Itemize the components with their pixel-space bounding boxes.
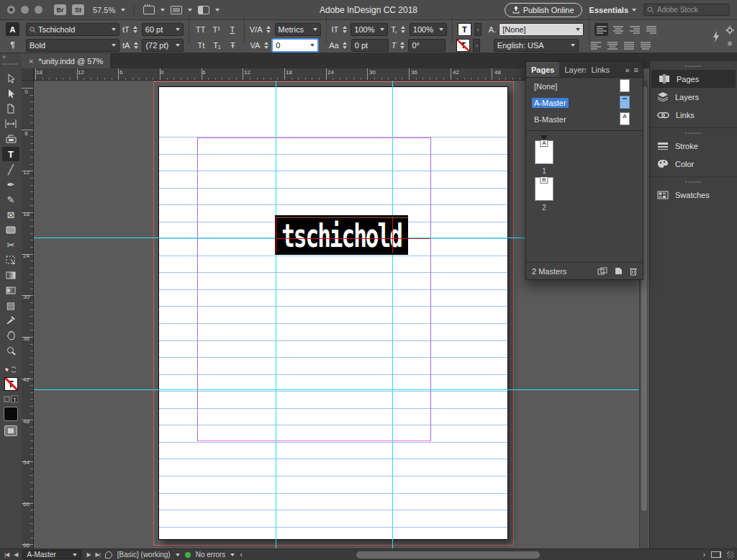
previous-page-button[interactable]: ◀ [14,551,17,558]
subscript-button[interactable]: T₁ [210,39,223,52]
align-center-button[interactable] [611,23,625,36]
publish-online-button[interactable]: Publish Online [505,3,582,17]
page-tool[interactable] [2,101,19,116]
quick-apply-lightning-icon[interactable] [713,31,720,42]
dock-item-swatches[interactable]: Swatches [650,186,737,204]
zoom-chevron-icon[interactable] [121,9,125,12]
dock-item-color[interactable]: Color [650,155,737,173]
kerning-field[interactable]: Metrics [275,23,321,36]
justify-all-button[interactable] [639,39,653,52]
font-size-field[interactable]: 60 pt [142,23,184,36]
collapse-panel-icon[interactable]: » [625,66,629,74]
scroll-left-arrow[interactable]: ‹ [240,551,242,559]
kerning-stepper[interactable] [266,26,272,33]
dock-item-pages[interactable]: Pages [651,70,736,88]
ruler-corner[interactable] [22,68,34,81]
vertical-scale-field[interactable]: 100% [351,23,388,36]
close-window-button[interactable] [7,6,15,14]
panel-menu-icon[interactable]: ≡ [728,39,732,48]
leading-field[interactable]: (72 pt) [142,39,184,52]
skew-field[interactable]: 0° [408,39,446,52]
small-caps-button[interactable]: Tt [194,39,207,52]
vertical-ruler[interactable]: 06 1218 2430 3642 4854 6066 [22,81,34,548]
gap-tool[interactable] [2,117,19,131]
fill-proxy-swatch[interactable]: T [4,377,18,391]
close-tab-icon[interactable]: × [29,57,33,66]
pen-tool[interactable]: ✒ [2,177,19,191]
color-theme-tool[interactable] [2,313,19,328]
zoom-level[interactable]: 57.5% [93,6,115,14]
scroll-right-arrow[interactable]: › [703,551,705,559]
spread-guide-2[interactable] [34,389,639,390]
baseline-shift-field[interactable]: 0 pt [351,39,389,52]
gear-icon[interactable] [725,26,734,35]
adobe-stock-search[interactable] [643,4,730,16]
page-1-thumbnail[interactable]: A [535,140,553,164]
preflight-icon[interactable] [105,551,112,559]
superscript-button[interactable]: T¹ [210,23,223,36]
bridge-button[interactable]: Br [54,4,66,15]
text-frame[interactable]: tschichold [275,215,408,255]
next-page-button[interactable]: ▶ [86,551,90,558]
align-left-button[interactable] [594,23,608,36]
justify-right-button[interactable] [623,39,636,52]
rectangle-tool[interactable] [2,222,19,237]
document-tab[interactable]: × *unity.indd @ 57% [22,53,110,68]
dock-item-links[interactable]: Links [650,106,737,124]
character-formatting-button[interactable]: A [6,22,19,36]
edit-page-size-icon[interactable] [597,267,607,275]
screen-mode-icon[interactable] [171,6,182,14]
minimize-window-button[interactable] [21,6,29,14]
preflight-status[interactable]: No errors [196,551,226,559]
pages-panel-menu-icon[interactable]: ≡ [634,66,638,74]
gradient-swatch-tool[interactable] [2,268,19,282]
hand-tool[interactable] [2,328,19,343]
master-row-none[interactable]: [None] [526,78,643,94]
new-page-icon[interactable] [615,267,623,275]
justify-center-button[interactable] [606,39,620,52]
gradient-feather-tool[interactable] [2,283,19,297]
justify-last-left-button[interactable] [644,23,658,36]
master-row-a[interactable]: A-Master [526,94,643,111]
horizontal-scale-stepper[interactable] [400,26,407,33]
leading-stepper[interactable] [132,42,139,49]
pencil-tool[interactable]: ✎ [2,192,19,207]
stroke-color-swatch[interactable]: T [456,39,470,52]
strikethrough-button[interactable]: Ŧ [226,39,239,52]
vertical-scale-stepper[interactable] [341,26,348,33]
tracking-stepper[interactable] [263,42,269,49]
skew-stepper[interactable] [399,42,405,49]
dock-item-layers[interactable]: Layers [650,88,737,106]
resize-grip[interactable] [727,551,734,559]
swap-fill-stroke-icon[interactable] [2,362,19,376]
arrange-documents-icon[interactable] [198,6,209,14]
character-style-field[interactable]: [None] [499,23,584,36]
stock-button[interactable]: St [72,4,84,15]
language-field[interactable]: English: USA [494,39,579,52]
fill-flyout-button[interactable]: › [474,23,481,36]
baseline-shift-stepper[interactable] [342,42,348,49]
vertical-guide-1[interactable] [276,81,276,548]
screen-mode-chevron-icon[interactable] [188,9,192,12]
screen-mode-button[interactable] [4,425,17,436]
view-options-chevron-icon[interactable] [160,9,165,12]
vertical-guide-2[interactable] [392,81,393,548]
line-tool[interactable]: ╱ [2,162,19,176]
stroke-flyout-button[interactable]: › [473,39,480,52]
search-input[interactable] [657,6,722,14]
font-size-stepper[interactable] [132,26,139,33]
selection-tool[interactable] [2,71,19,86]
apply-color-button[interactable] [4,407,18,421]
formatting-affects-buttons[interactable]: T [2,392,19,406]
align-right-button[interactable] [628,23,641,36]
tools-panel-header[interactable]: »•••••• [0,53,22,68]
tab-layers[interactable]: Layers [559,62,586,77]
workspace-switcher[interactable]: Essentials [589,6,636,14]
master-row-b[interactable]: B-Master A [526,111,643,127]
font-style-field[interactable]: Bold [26,39,119,52]
all-caps-button[interactable]: TT [194,23,207,36]
preflight-chevron-icon[interactable] [176,554,180,556]
first-page-button[interactable]: |◀ [4,551,9,558]
tab-links[interactable]: Links [586,62,612,77]
fill-color-swatch[interactable]: T [458,23,471,36]
